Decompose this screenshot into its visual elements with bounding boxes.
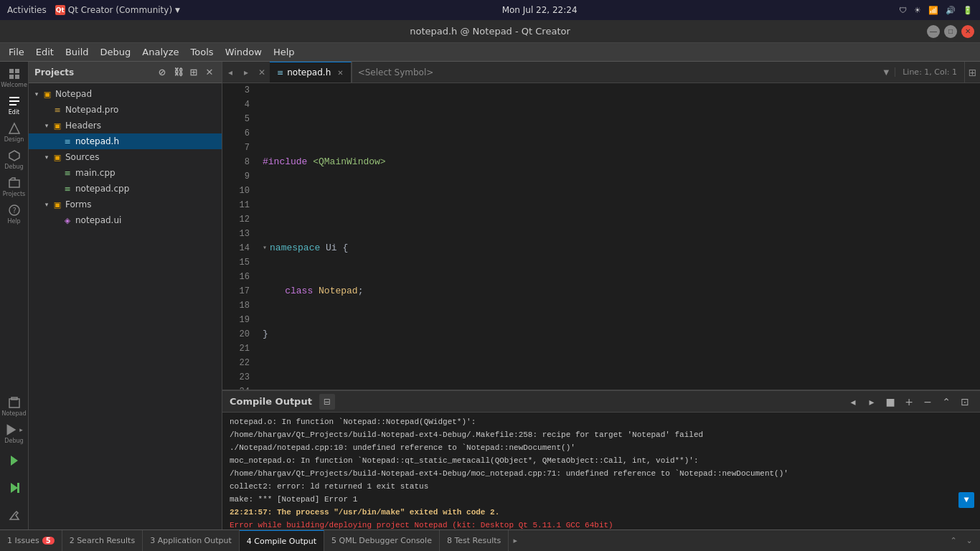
sidebar-item-projects[interactable]: Projects [1,174,27,199]
compile-line-9: Error while building/deploying project N… [230,519,973,529]
tab-qml-debugger[interactable]: 5 QML Debugger Console [324,530,440,552]
menu-item-analyze[interactable]: Analyze [136,44,184,60]
tabs-scroll-down[interactable]: ⌄ [963,534,976,547]
svg-rect-3 [15,75,19,79]
menu-item-help[interactable]: Help [268,44,301,60]
ln-8: 8 [222,155,250,169]
code-line-8: } [263,327,973,342]
sidebar-item-debug-run[interactable]: ▸ Debug [1,420,27,446]
menu-bar: FileEditBuildDebugAnalyzeToolsWindowHelp [0,43,980,62]
ln-10: 10 [222,184,250,198]
svg-text:?: ? [12,207,16,215]
link-button[interactable]: ⛓ [171,66,184,79]
tree-item-headers[interactable]: ▾ ▣ Headers [29,118,222,133]
ln-12: 12 [222,212,250,227]
menu-item-window[interactable]: Window [220,44,268,60]
tab-issues[interactable]: 1 Issues 5 [0,530,62,552]
sidebar-item-welcome[interactable]: Welcome [1,65,27,90]
menu-item-file[interactable]: File [3,44,30,60]
tab-search-results[interactable]: 2 Search Results [62,530,143,552]
compile-next-btn[interactable]: ▸ [864,394,880,410]
folder-icon-headers: ▣ [52,120,63,131]
sidebar-item-design[interactable]: Design [1,119,27,145]
compile-line-1: notepad.o: In function `Notepad::Notepad… [230,415,973,428]
tree-label-notepad-h: notepad.h [75,136,119,146]
menu-item-edit[interactable]: Edit [30,44,60,60]
close-panel-button[interactable]: ✕ [203,66,216,79]
welcome-label: Welcome [1,82,27,88]
sidebar-item-help[interactable]: ? Help [1,201,27,227]
sidebar-item-hammer[interactable] [1,502,27,528]
split-editor-button[interactable]: ⊞ [964,62,980,83]
projects-label: Projects [3,191,26,197]
code-line-5 [263,198,973,212]
compile-stop-btn[interactable]: ■ [882,394,898,410]
filter-button[interactable]: ⊘ [156,66,169,79]
window-title: notepad.h @ Notepad - Qt Creator [410,26,570,37]
tree-item-sources[interactable]: ▾ ▣ Sources [29,149,222,165]
menu-item-debug[interactable]: Debug [95,44,137,60]
tabs-scroll-up[interactable]: ⌃ [947,534,960,547]
ln-20: 20 [222,327,250,342]
menu-item-tools[interactable]: Tools [185,44,220,60]
activities-label[interactable]: Activities [7,5,47,15]
tree-item-notepad-h[interactable]: ▸ ≡ notepad.h [29,133,222,149]
sidebar-item-notepad-bottom[interactable]: Notepad [1,393,27,419]
scroll-to-bottom-button[interactable]: ▼ [958,492,974,508]
compile-line-7: make: *** [Notepad] Error 1 [230,493,973,506]
view-button[interactable]: ⊞ [187,66,200,79]
compile-prev-btn[interactable]: ◂ [845,394,861,410]
symbol-selector-text: <Select Symbol> [358,67,434,77]
compile-output-label: 4 Compile Output [247,537,316,546]
project-panel-tools: ⊘ ⛓ ⊞ ✕ [156,66,216,79]
bottom-tabs-nav: ⌃ ⌄ [947,534,980,547]
qt-logo: Qt [55,5,65,15]
tab-close-button[interactable]: ✕ [337,69,343,77]
compile-collapse-btn[interactable]: ⌃ [938,394,954,410]
fold-6[interactable]: ▾ [263,241,267,255]
sidebar-item-build-only[interactable] [1,475,27,501]
symbol-selector-dropdown: ▼ [884,68,890,76]
project-tree: ▾ ▣ Notepad ▸ ≡ Notepad.pro ▾ ▣ Headers [29,83,222,529]
minimize-button[interactable]: — [927,25,940,38]
sidebar-item-build-run[interactable] [1,448,27,474]
tab-test-results[interactable]: 8 Test Results [440,530,509,552]
tree-item-notepad-root[interactable]: ▾ ▣ Notepad [29,86,222,102]
compile-detach-btn[interactable]: ⊡ [957,394,973,410]
compile-body[interactable]: notepad.o: In function `Notepad::Notepad… [222,413,980,529]
file-icon-notepad-ui: ◈ [62,215,73,226]
compile-stream-icon[interactable]: ⊟ [319,394,335,410]
compile-title: Compile Output [230,396,312,407]
maximize-button[interactable]: □ [944,25,957,38]
svg-rect-9 [9,180,19,187]
symbol-selector[interactable]: <Select Symbol> ▼ [352,62,895,83]
sidebar-item-edit[interactable]: Edit [1,92,27,118]
tree-item-notepad-pro[interactable]: ▸ ≡ Notepad.pro [29,102,222,118]
tab-filename: notepad.h [287,67,331,77]
sidebar-item-debug[interactable]: Debug [1,146,27,172]
tab-app-output[interactable]: 3 Application Output [143,530,240,552]
tab-prev-button[interactable]: ◂ [222,62,238,83]
audio-icon: 🔊 [946,6,956,15]
ln-17: 17 [222,284,250,298]
dropdown-icon[interactable]: ▼ [175,6,180,14]
close-button[interactable]: ✕ [961,25,974,38]
tab-next-button[interactable]: ▸ [238,62,254,83]
tab-close-others-button[interactable]: ✕ [254,62,270,83]
tree-item-notepad-ui[interactable]: ▸ ◈ notepad.ui [29,212,222,228]
tree-item-notepad-cpp[interactable]: ▸ ≡ notepad.cpp [29,181,222,197]
compile-add-btn[interactable]: + [901,394,917,410]
tab-compile-output[interactable]: 4 Compile Output [240,530,324,552]
tree-item-forms[interactable]: ▾ ▣ Forms [29,197,222,212]
code-content[interactable]: #include <QMainWindow> ▾namespace Ui { c… [255,83,980,390]
ln-15: 15 [222,255,250,270]
tree-label-headers: Headers [65,121,101,131]
more-tabs-button[interactable]: ▸ [509,530,522,552]
tab-notepad-h[interactable]: ≡ notepad.h ✕ [270,62,352,83]
folder-icon-sources: ▣ [52,151,63,163]
code-line-4: #include <QMainWindow> [263,155,973,169]
menu-item-build[interactable]: Build [60,44,95,60]
tree-item-main-cpp[interactable]: ▸ ≡ main.cpp [29,165,222,181]
compile-remove-btn[interactable]: − [920,394,936,410]
code-editor[interactable]: 3 4 5 6 7 8 9 10 11 12 13 14 15 16 17 18 [222,83,980,390]
